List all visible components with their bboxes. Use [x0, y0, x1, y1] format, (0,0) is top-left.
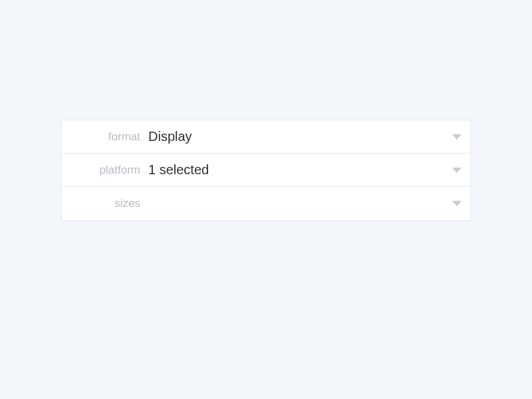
sizes-label: sizes — [62, 197, 148, 210]
platform-label: platform — [62, 164, 148, 177]
platform-value: 1 selected — [148, 162, 444, 178]
platform-dropdown[interactable]: platform 1 selected — [62, 154, 470, 187]
format-dropdown[interactable]: format Display — [62, 120, 470, 154]
chevron-down-icon — [444, 168, 470, 173]
svg-marker-1 — [452, 168, 462, 173]
sizes-dropdown[interactable]: sizes — [62, 187, 470, 220]
format-label: format — [62, 130, 148, 144]
settings-panel: format Display platform 1 selected sizes — [61, 120, 471, 221]
format-value: Display — [148, 129, 444, 144]
svg-marker-2 — [452, 201, 462, 206]
chevron-down-icon — [444, 201, 470, 206]
svg-marker-0 — [452, 134, 462, 140]
chevron-down-icon — [444, 134, 470, 140]
